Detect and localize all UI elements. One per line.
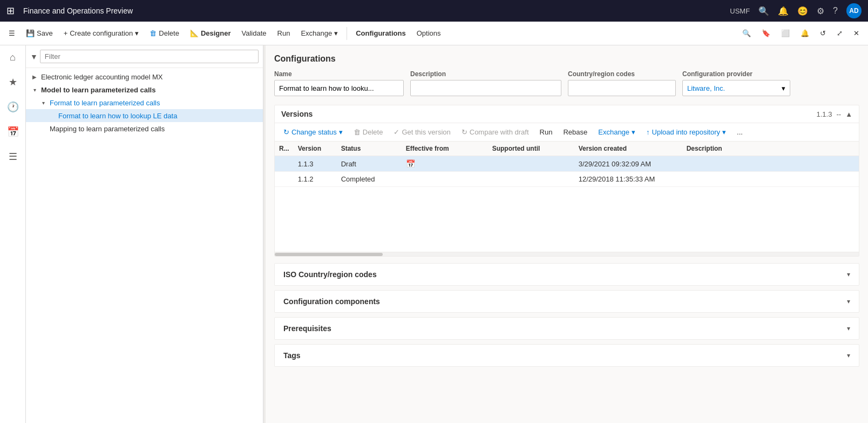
tree-item-electronic[interactable]: ▶ Electronic ledger accounting model MX <box>26 70 263 83</box>
avatar[interactable]: AD <box>846 3 862 18</box>
versions-delete-button[interactable]: 🗑 Delete <box>349 126 388 138</box>
versions-run-button[interactable]: Run <box>535 126 557 138</box>
notification-badge-button[interactable]: 🔔 <box>796 27 813 39</box>
designer-button[interactable]: 📐 Designer <box>186 27 235 39</box>
provider-select[interactable]: Litware, Inc. ▾ <box>682 80 790 96</box>
bookmark-icon-button[interactable]: 🔖 <box>757 27 775 39</box>
main-toolbar: ☰ 💾 Save + Create configuration ▾ 🗑 Dele… <box>0 22 868 45</box>
validate-button[interactable]: Validate <box>238 27 271 39</box>
cell-created-1: 12/29/2018 11:35:33 AM <box>574 172 682 187</box>
section-title: Configurations <box>274 54 859 64</box>
cell-status-0: Draft <box>337 156 402 172</box>
close-button[interactable]: ✕ <box>849 27 864 39</box>
table-row[interactable]: 1.1.3 Draft 📅 3/29/2021 09:32:09 AM <box>275 156 859 172</box>
get-this-version-button[interactable]: ✓ Get this version <box>389 126 455 138</box>
tree-item-format[interactable]: ▾ Format to learn parameterized calls <box>26 96 263 109</box>
versions-sep: -- <box>836 110 841 118</box>
title-bar-right: USMF 🔍 🔔 😊 ⚙ ? AD <box>730 3 862 18</box>
form-row: Name Description Country/region codes Co… <box>274 70 859 96</box>
emoji-icon[interactable]: 😊 <box>797 6 808 16</box>
components-section: Configuration components ▾ <box>274 290 859 313</box>
home-icon[interactable]: ⌂ <box>8 50 18 65</box>
run-button[interactable]: Run <box>273 27 295 39</box>
versions-badge: 1.1.3 -- ▲ <box>817 110 852 118</box>
country-label: Country/region codes <box>568 70 676 78</box>
tree-container: ▶ Electronic ledger accounting model MX … <box>26 68 263 423</box>
filter-icon[interactable]: ▼ <box>30 52 38 61</box>
search-icon[interactable]: 🔍 <box>758 6 769 16</box>
tags-section-title: Tags <box>283 351 301 360</box>
iso-section-title: ISO Country/region codes <box>283 270 377 279</box>
panel-toggle-button[interactable]: ⬜ <box>777 27 794 39</box>
compare-draft-button[interactable]: ↻ Compare with draft <box>457 126 533 138</box>
upload-repository-button[interactable]: ↑ Upload into repository ▾ <box>642 126 730 138</box>
tree-item-label: Electronic ledger accounting model MX <box>41 73 162 81</box>
cell-desc-1 <box>682 172 859 187</box>
prerequisites-chevron-icon: ▾ <box>847 325 850 332</box>
refresh-button[interactable]: ↺ <box>816 27 830 39</box>
prerequisites-section-header[interactable]: Prerequisites ▾ <box>275 318 859 339</box>
col-header-status: Status <box>337 142 402 156</box>
settings-icon[interactable]: ⚙ <box>817 6 824 16</box>
description-input[interactable] <box>410 80 561 96</box>
save-button[interactable]: 💾 Save <box>22 27 57 39</box>
select-dropdown-icon: ▾ <box>782 84 785 92</box>
cell-version-0: 1.1.3 <box>294 156 337 172</box>
more-button[interactable]: ... <box>733 126 747 138</box>
compare-icon: ↻ <box>462 128 467 136</box>
search-toolbar-button[interactable]: 🔍 <box>738 27 755 39</box>
delete-icon: 🗑 <box>150 29 157 37</box>
versions-table-body: 1.1.3 Draft 📅 3/29/2021 09:32:09 AM <box>275 156 859 187</box>
rebase-button[interactable]: Rebase <box>559 126 592 138</box>
col-header-supported: Supported until <box>488 142 574 156</box>
versions-collapse-icon[interactable]: ▲ <box>845 110 852 118</box>
horizontal-scrollbar[interactable] <box>275 252 859 256</box>
recent-icon[interactable]: 🕐 <box>5 99 21 115</box>
col-header-description: Description <box>682 142 859 156</box>
hamburger-button[interactable]: ☰ <box>4 27 19 39</box>
tags-section-header[interactable]: Tags ▾ <box>275 345 859 366</box>
prerequisites-section-title: Prerequisites <box>283 324 331 333</box>
hamburger-icon: ☰ <box>9 29 15 37</box>
delete-button[interactable]: 🗑 Delete <box>145 27 184 39</box>
cell-r-0 <box>275 156 294 172</box>
toggle-icon <box>39 124 48 133</box>
configurations-tab-button[interactable]: Configurations <box>351 27 410 39</box>
bell-icon[interactable]: 🔔 <box>778 6 789 16</box>
exchange-button[interactable]: Exchange ▾ <box>296 27 342 39</box>
iso-section-header[interactable]: ISO Country/region codes ▾ <box>275 264 859 285</box>
help-icon[interactable]: ? <box>833 6 838 16</box>
components-section-header[interactable]: Configuration components ▾ <box>275 291 859 312</box>
expand-button[interactable]: ⤢ <box>832 27 847 39</box>
tree-item-model[interactable]: ▾ Model to learn parameterized calls <box>26 83 263 96</box>
exchange-dropdown-icon: ▾ <box>334 29 338 37</box>
create-configuration-button[interactable]: + Create configuration ▾ <box>59 27 144 39</box>
tree-item-mapping[interactable]: Mapping to learn parameterized calls <box>26 122 263 135</box>
name-input[interactable] <box>274 80 404 96</box>
change-status-button[interactable]: ↻ Change status ▾ <box>279 126 347 138</box>
versions-exchange-button[interactable]: Exchange ▾ <box>594 126 640 138</box>
change-status-dropdown-icon: ▾ <box>339 128 343 136</box>
provider-value: Litware, Inc. <box>687 84 725 92</box>
country-input[interactable] <box>568 80 676 96</box>
filter-input[interactable] <box>40 50 259 63</box>
name-label: Name <box>274 70 404 78</box>
country-field: Country/region codes <box>568 70 676 96</box>
plus-icon: + <box>64 29 68 37</box>
toggle-icon: ▶ <box>30 72 39 81</box>
table-row[interactable]: 1.1.2 Completed 12/29/2018 11:35:33 AM <box>275 172 859 187</box>
tree-item-format-lookup[interactable]: Format to learn how to lookup LE data <box>26 109 263 122</box>
star-icon[interactable]: ★ <box>6 74 19 90</box>
versions-table: R... Version Status Effective from Suppo… <box>275 142 859 187</box>
calendar-icon[interactable]: 📅 <box>406 159 415 168</box>
waffle-icon[interactable]: ⊞ <box>6 5 15 17</box>
col-header-version: Version <box>294 142 337 156</box>
filter-bar: ▼ <box>26 45 263 68</box>
toolbar-separator <box>347 27 347 40</box>
options-button[interactable]: Options <box>412 27 445 39</box>
versions-table-head: R... Version Status Effective from Suppo… <box>275 142 859 156</box>
calendar-nav-icon[interactable]: 📅 <box>5 124 21 140</box>
cell-created-0: 3/29/2021 09:32:09 AM <box>574 156 682 172</box>
list-icon[interactable]: ☰ <box>6 149 19 165</box>
scrollbar-thumb[interactable] <box>275 253 383 256</box>
